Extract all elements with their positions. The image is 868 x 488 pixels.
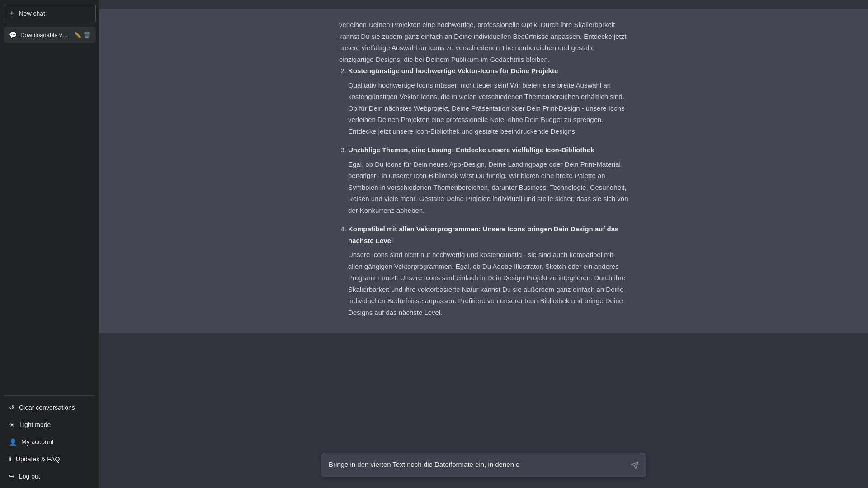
chat-history: 💬 Downloadable vector ic ✏️ 🗑️: [4, 27, 96, 395]
logout-icon: ↪: [9, 473, 14, 480]
chat-icon: 💬: [9, 31, 17, 38]
plus-icon: +: [9, 9, 14, 18]
list-item-heading-2: Kostengünstige und hochwertige Vektor-Ic…: [348, 67, 558, 75]
sidebar-item-light-mode[interactable]: ☀ Light mode: [4, 417, 96, 433]
sidebar-item-log-out[interactable]: ↪ Log out: [4, 468, 96, 484]
log-out-label: Log out: [19, 473, 40, 480]
sidebar-item-updates-faq[interactable]: ℹ Updates & FAQ: [4, 451, 96, 467]
clear-conversations-label: Clear conversations: [19, 404, 75, 411]
list-item: Kompatibel mit allen Vektorprogrammen: U…: [348, 223, 628, 318]
my-account-label: My account: [21, 438, 54, 446]
sidebar: + New chat 💬 Downloadable vector ic ✏️ 🗑…: [0, 0, 99, 488]
list-item-body-4: Unsere Icons sind nicht nur hochwertig u…: [348, 249, 628, 318]
message-block-assistant: verleihen Deinen Projekten eine hochwert…: [99, 9, 868, 333]
new-chat-button[interactable]: + New chat: [4, 4, 96, 23]
refresh-icon: ↺: [9, 404, 14, 411]
list-item-body-2: Qualitativ hochwertige Icons müssen nich…: [348, 80, 628, 137]
input-wrapper: Bringe in den vierten Text noch die Date…: [321, 453, 646, 477]
list-item: Kostengünstige und hochwertige Vektor-Ic…: [348, 65, 628, 137]
message-list: Kostengünstige und hochwertige Vektor-Ic…: [339, 65, 628, 318]
sun-icon: ☀: [9, 421, 15, 428]
input-area: Bringe in den vierten Text noch die Date…: [99, 446, 868, 488]
message-intro: verleihen Deinen Projekten eine hochwert…: [339, 19, 628, 65]
chat-input[interactable]: Bringe in den vierten Text noch die Date…: [321, 453, 646, 477]
delete-icon[interactable]: 🗑️: [83, 32, 90, 38]
user-icon: 👤: [9, 438, 17, 446]
list-item: Unzählige Themen, eine Lösung: Entdecke …: [348, 144, 628, 216]
sidebar-item-my-account[interactable]: 👤 My account: [4, 434, 96, 450]
new-chat-label: New chat: [19, 10, 45, 17]
send-button[interactable]: [629, 460, 641, 471]
info-icon: ℹ: [9, 455, 11, 463]
message-inner: verleihen Deinen Projekten eine hochwert…: [321, 19, 646, 318]
list-item-body-3: Egal, ob Du Icons für Dein neues App-Des…: [348, 159, 628, 216]
edit-icon[interactable]: ✏️: [74, 32, 81, 38]
send-icon: [631, 461, 639, 469]
light-mode-label: Light mode: [19, 421, 51, 428]
chat-messages: verleihen Deinen Projekten eine hochwert…: [99, 0, 868, 446]
list-item-heading-3: Unzählige Themen, eine Lösung: Entdecke …: [348, 146, 594, 154]
main-content: verleihen Deinen Projekten eine hochwert…: [99, 0, 868, 488]
sidebar-bottom: ↺ Clear conversations ☀ Light mode 👤 My …: [4, 395, 96, 484]
chat-item-label: Downloadable vector ic: [20, 32, 71, 38]
list-item-heading-4: Kompatibel mit allen Vektorprogrammen: U…: [348, 225, 618, 244]
sidebar-item-clear-conversations[interactable]: ↺ Clear conversations: [4, 399, 96, 416]
updates-faq-label: Updates & FAQ: [16, 455, 60, 463]
chat-item-actions: ✏️ 🗑️: [74, 32, 90, 38]
sidebar-item-downloadable-vector[interactable]: 💬 Downloadable vector ic ✏️ 🗑️: [4, 27, 96, 43]
